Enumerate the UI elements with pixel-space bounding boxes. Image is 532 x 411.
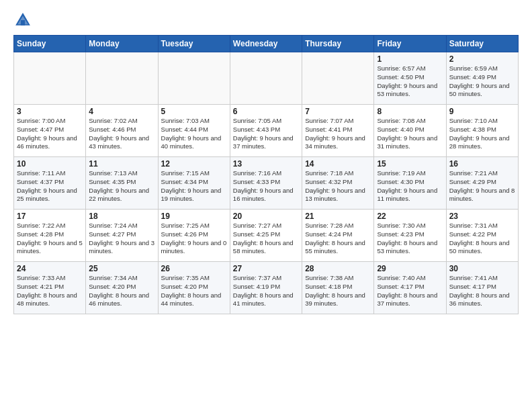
weekday-header-tuesday: Tuesday (158, 36, 230, 52)
day-number: 18 (89, 212, 154, 221)
weekday-header-thursday: Thursday (302, 36, 374, 52)
day-cell: 18Sunrise: 7:24 AM Sunset: 4:27 PM Dayli… (86, 210, 158, 262)
weekday-header-friday: Friday (374, 36, 446, 52)
day-cell (158, 52, 230, 105)
day-cell: 27Sunrise: 7:37 AM Sunset: 4:19 PM Dayli… (230, 262, 302, 314)
day-info: Sunrise: 7:00 AM Sunset: 4:47 PM Dayligh… (17, 117, 83, 151)
day-number: 12 (161, 159, 227, 169)
day-info: Sunrise: 7:22 AM Sunset: 4:28 PM Dayligh… (17, 222, 83, 256)
day-cell: 26Sunrise: 7:35 AM Sunset: 4:20 PM Dayli… (158, 262, 230, 314)
day-info: Sunrise: 7:21 AM Sunset: 4:29 PM Dayligh… (449, 169, 515, 203)
day-cell: 6Sunrise: 7:05 AM Sunset: 4:43 PM Daylig… (230, 105, 302, 157)
day-cell: 8Sunrise: 7:08 AM Sunset: 4:40 PM Daylig… (374, 105, 446, 157)
header (13, 11, 519, 30)
day-number: 25 (89, 264, 154, 273)
day-number: 24 (17, 264, 83, 273)
svg-rect-2 (21, 20, 25, 26)
day-cell: 16Sunrise: 7:21 AM Sunset: 4:29 PM Dayli… (446, 157, 518, 210)
day-info: Sunrise: 6:59 AM Sunset: 4:49 PM Dayligh… (449, 64, 515, 99)
weekday-header-sunday: Sunday (14, 36, 86, 52)
day-number: 26 (161, 264, 227, 273)
day-cell: 10Sunrise: 7:11 AM Sunset: 4:37 PM Dayli… (14, 157, 86, 210)
day-number: 6 (233, 107, 299, 116)
day-cell (14, 52, 86, 105)
day-info: Sunrise: 7:25 AM Sunset: 4:26 PM Dayligh… (161, 222, 227, 256)
day-number: 29 (377, 264, 443, 273)
day-info: Sunrise: 7:33 AM Sunset: 4:21 PM Dayligh… (17, 274, 83, 308)
weekday-header-row: SundayMondayTuesdayWednesdayThursdayFrid… (14, 36, 519, 52)
day-cell (302, 52, 374, 105)
day-info: Sunrise: 7:03 AM Sunset: 4:44 PM Dayligh… (161, 117, 227, 151)
day-info: Sunrise: 7:07 AM Sunset: 4:41 PM Dayligh… (305, 117, 371, 151)
day-number: 23 (449, 212, 515, 221)
day-info: Sunrise: 7:28 AM Sunset: 4:24 PM Dayligh… (305, 222, 371, 256)
day-info: Sunrise: 7:11 AM Sunset: 4:37 PM Dayligh… (17, 169, 83, 203)
weekday-header-wednesday: Wednesday (230, 36, 302, 52)
day-cell: 13Sunrise: 7:16 AM Sunset: 4:33 PM Dayli… (230, 157, 302, 210)
day-number: 10 (17, 159, 83, 169)
day-info: Sunrise: 7:27 AM Sunset: 4:25 PM Dayligh… (233, 222, 299, 256)
day-number: 20 (233, 212, 299, 221)
day-cell: 22Sunrise: 7:30 AM Sunset: 4:23 PM Dayli… (374, 210, 446, 262)
day-info: Sunrise: 7:37 AM Sunset: 4:19 PM Dayligh… (233, 274, 299, 308)
day-cell: 2Sunrise: 6:59 AM Sunset: 4:49 PM Daylig… (446, 52, 518, 105)
day-number: 27 (233, 264, 299, 273)
day-cell: 20Sunrise: 7:27 AM Sunset: 4:25 PM Dayli… (230, 210, 302, 262)
day-number: 8 (377, 107, 443, 116)
day-info: Sunrise: 7:18 AM Sunset: 4:32 PM Dayligh… (305, 169, 371, 203)
day-cell: 28Sunrise: 7:38 AM Sunset: 4:18 PM Dayli… (302, 262, 374, 314)
day-number: 15 (377, 159, 443, 169)
day-cell: 25Sunrise: 7:34 AM Sunset: 4:20 PM Dayli… (86, 262, 158, 314)
week-row-4: 17Sunrise: 7:22 AM Sunset: 4:28 PM Dayli… (14, 210, 519, 262)
day-number: 19 (161, 212, 227, 221)
day-number: 28 (305, 264, 371, 273)
day-cell: 5Sunrise: 7:03 AM Sunset: 4:44 PM Daylig… (158, 105, 230, 157)
weekday-header-monday: Monday (86, 36, 158, 52)
day-info: Sunrise: 7:13 AM Sunset: 4:35 PM Dayligh… (89, 169, 154, 203)
day-info: Sunrise: 7:30 AM Sunset: 4:23 PM Dayligh… (377, 222, 443, 256)
day-cell: 19Sunrise: 7:25 AM Sunset: 4:26 PM Dayli… (158, 210, 230, 262)
day-cell: 21Sunrise: 7:28 AM Sunset: 4:24 PM Dayli… (302, 210, 374, 262)
day-info: Sunrise: 6:57 AM Sunset: 4:50 PM Dayligh… (377, 64, 443, 99)
day-cell: 4Sunrise: 7:02 AM Sunset: 4:46 PM Daylig… (86, 105, 158, 157)
day-number: 16 (449, 159, 515, 169)
day-number: 9 (449, 107, 515, 116)
day-info: Sunrise: 7:19 AM Sunset: 4:30 PM Dayligh… (377, 169, 443, 203)
day-info: Sunrise: 7:34 AM Sunset: 4:20 PM Dayligh… (89, 274, 154, 308)
day-number: 7 (305, 107, 371, 116)
day-number: 13 (233, 159, 299, 169)
day-cell: 1Sunrise: 6:57 AM Sunset: 4:50 PM Daylig… (374, 52, 446, 105)
day-cell (86, 52, 158, 105)
week-row-5: 24Sunrise: 7:33 AM Sunset: 4:21 PM Dayli… (14, 262, 519, 314)
day-cell: 24Sunrise: 7:33 AM Sunset: 4:21 PM Dayli… (14, 262, 86, 314)
day-number: 14 (305, 159, 371, 169)
day-info: Sunrise: 7:24 AM Sunset: 4:27 PM Dayligh… (89, 222, 154, 256)
day-number: 11 (89, 159, 154, 169)
day-info: Sunrise: 7:35 AM Sunset: 4:20 PM Dayligh… (161, 274, 227, 308)
logo (13, 11, 35, 30)
day-cell: 14Sunrise: 7:18 AM Sunset: 4:32 PM Dayli… (302, 157, 374, 210)
week-row-3: 10Sunrise: 7:11 AM Sunset: 4:37 PM Dayli… (14, 157, 519, 210)
day-cell: 15Sunrise: 7:19 AM Sunset: 4:30 PM Dayli… (374, 157, 446, 210)
day-cell: 12Sunrise: 7:15 AM Sunset: 4:34 PM Dayli… (158, 157, 230, 210)
day-number: 30 (449, 264, 515, 273)
day-number: 1 (377, 54, 443, 64)
day-cell: 3Sunrise: 7:00 AM Sunset: 4:47 PM Daylig… (14, 105, 86, 157)
day-number: 3 (17, 107, 83, 116)
week-row-2: 3Sunrise: 7:00 AM Sunset: 4:47 PM Daylig… (14, 105, 519, 157)
day-info: Sunrise: 7:05 AM Sunset: 4:43 PM Dayligh… (233, 117, 299, 151)
day-info: Sunrise: 7:16 AM Sunset: 4:33 PM Dayligh… (233, 169, 299, 203)
weekday-header-saturday: Saturday (446, 36, 518, 52)
day-info: Sunrise: 7:15 AM Sunset: 4:34 PM Dayligh… (161, 169, 227, 203)
day-cell: 17Sunrise: 7:22 AM Sunset: 4:28 PM Dayli… (14, 210, 86, 262)
day-number: 21 (305, 212, 371, 221)
day-cell: 11Sunrise: 7:13 AM Sunset: 4:35 PM Dayli… (86, 157, 158, 210)
day-info: Sunrise: 7:02 AM Sunset: 4:46 PM Dayligh… (89, 117, 154, 151)
day-info: Sunrise: 7:08 AM Sunset: 4:40 PM Dayligh… (377, 117, 443, 151)
day-number: 17 (17, 212, 83, 221)
day-cell: 7Sunrise: 7:07 AM Sunset: 4:41 PM Daylig… (302, 105, 374, 157)
day-info: Sunrise: 7:10 AM Sunset: 4:38 PM Dayligh… (449, 117, 515, 151)
day-cell: 30Sunrise: 7:41 AM Sunset: 4:17 PM Dayli… (446, 262, 518, 314)
day-cell: 9Sunrise: 7:10 AM Sunset: 4:38 PM Daylig… (446, 105, 518, 157)
calendar: SundayMondayTuesdayWednesdayThursdayFrid… (13, 35, 519, 314)
